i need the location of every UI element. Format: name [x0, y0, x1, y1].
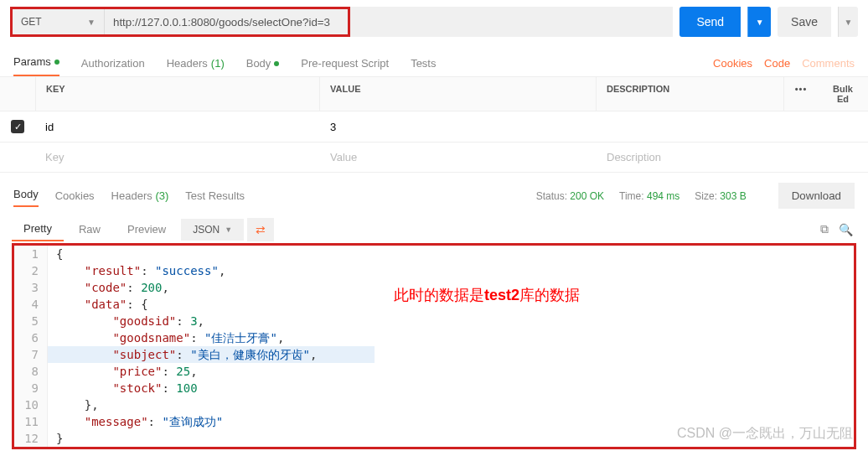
link-cookies[interactable]: Cookies [713, 57, 752, 70]
checkbox[interactable]: ✓ [11, 120, 24, 133]
table-row: ✓ [0, 111, 868, 142]
response-body[interactable]: 1{2 "result": "success",3 "code": 200,4 … [12, 243, 856, 449]
code-line: 6 "goodsname": "佳洁士牙膏", [14, 329, 375, 346]
copy-icon[interactable]: ⧉ [817, 219, 832, 240]
view-preview[interactable]: Preview [116, 218, 178, 241]
code-line: 5 "goodsid": 3, [14, 313, 375, 329]
param-value-input[interactable] [320, 111, 597, 142]
param-key-input[interactable] [35, 111, 320, 142]
url-spacer [350, 7, 673, 37]
chevron-down-icon: ▼ [225, 225, 232, 234]
resp-tab-body[interactable]: Body [13, 184, 39, 207]
col-key: KEY [35, 77, 320, 111]
param-value-input[interactable] [320, 142, 597, 172]
tab-tests[interactable]: Tests [411, 52, 436, 75]
tab-prerequest[interactable]: Pre-request Script [301, 52, 389, 75]
tab-body[interactable]: Body [246, 52, 280, 75]
save-dropdown[interactable]: ▼ [838, 7, 858, 37]
annotation: 此时的数据是test2库的数据 [394, 285, 580, 305]
link-code[interactable]: Code [764, 57, 790, 70]
tab-headers[interactable]: Headers (1) [167, 52, 225, 75]
download-button[interactable]: Download [778, 183, 855, 209]
code-line: 7 "subject": "美白，健康你的牙齿", [14, 346, 375, 363]
method-label: GET [21, 16, 42, 28]
code-line: 3 "code": 200, [14, 279, 375, 296]
code-line: 1{ [14, 246, 375, 262]
dot-icon [54, 60, 59, 65]
code-line: 10 }, [14, 396, 375, 413]
param-desc-input[interactable] [597, 111, 868, 142]
resp-tab-cookies[interactable]: Cookies [55, 186, 95, 205]
watermark: CSDN @一念既出，万山无阻 [677, 425, 853, 443]
link-comments[interactable]: Comments [802, 57, 855, 70]
code-line: 12} [14, 430, 375, 447]
save-button[interactable]: Save [778, 7, 831, 37]
param-desc-input[interactable] [597, 142, 868, 172]
code-line: 4 "data": { [14, 296, 375, 313]
request-line: GET ▼ [10, 7, 350, 37]
view-pretty[interactable]: Pretty [12, 217, 64, 241]
method-select[interactable]: GET ▼ [13, 9, 105, 34]
table-row [0, 142, 868, 173]
status-bar: Status: 200 OK Time: 494 ms Size: 303 B [536, 190, 747, 202]
resp-tab-headers[interactable]: Headers (3) [111, 186, 169, 205]
format-select[interactable]: JSON ▼ [181, 219, 244, 241]
params-header-row: KEY VALUE DESCRIPTION ••• Bulk Ed [0, 77, 868, 111]
search-icon[interactable]: 🔍 [835, 220, 856, 240]
chevron-down-icon: ▼ [87, 18, 96, 27]
view-raw[interactable]: Raw [67, 218, 112, 241]
wrap-icon[interactable]: ⇄ [247, 218, 274, 241]
code-line: 11 "message": "查询成功" [14, 413, 375, 430]
code-line: 9 "stock": 100 [14, 380, 375, 396]
col-desc: DESCRIPTION [597, 77, 784, 111]
param-key-input[interactable] [35, 142, 320, 172]
code-line: 2 "result": "success", [14, 262, 375, 279]
send-dropdown[interactable]: ▼ [747, 7, 771, 37]
col-value: VALUE [320, 77, 597, 111]
url-input[interactable] [105, 9, 348, 34]
tab-params[interactable]: Params [13, 50, 59, 76]
send-button[interactable]: Send [679, 7, 741, 37]
bulk-edit[interactable]: Bulk Ed [818, 77, 868, 111]
more-icon[interactable]: ••• [784, 77, 818, 111]
resp-tab-testresults[interactable]: Test Results [185, 186, 245, 205]
tab-authorization[interactable]: Authorization [81, 52, 145, 75]
dot-icon [274, 61, 279, 66]
code-line: 8 "price": 25, [14, 363, 375, 380]
